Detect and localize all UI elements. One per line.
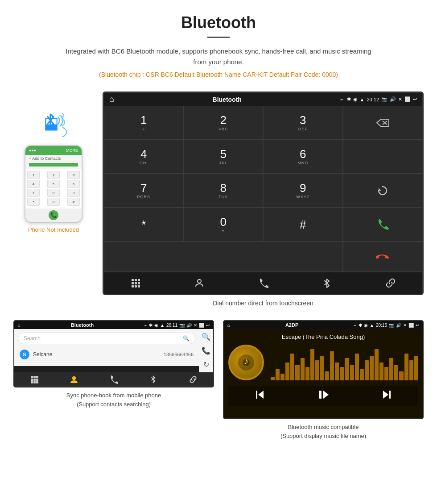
phone-call-circle: 📞 (49, 210, 58, 220)
dial-key-2[interactable]: 2ABC (184, 106, 264, 140)
pb-status-icons: ✱ ◉ ▲ 20:11 📷 🔊 ✕ ⬜ ↩ (149, 323, 210, 328)
play-pause-button[interactable] (317, 388, 330, 403)
music-note-icon: ♪ (237, 354, 255, 371)
prev-track-button[interactable] (254, 388, 266, 403)
skip-back-icon (254, 388, 266, 401)
album-art: ♪ (228, 345, 264, 380)
play-pause-icon (317, 388, 330, 401)
nav-phone-icon[interactable] (231, 272, 295, 294)
svg-rect-19 (31, 381, 33, 383)
pb-nav-grid[interactable] (14, 375, 54, 384)
phone-not-included-label: Phone Not Included (28, 226, 79, 233)
pb-phone-icon (109, 375, 118, 384)
svg-rect-28 (319, 391, 322, 399)
dial-key-refresh[interactable] (343, 174, 423, 208)
dial-key-3[interactable]: 3DEF (263, 106, 343, 140)
bottom-screens: ⌂ Bluetooth ⌁ ✱ ◉ ▲ 20:11 📷 🔊 ✕ ⬜ ↩ (0, 313, 437, 449)
phone-mockup: ●●● MORE + Add to Contacts 1 2 3 4 5 (25, 145, 82, 223)
music-back-icon[interactable]: ↩ (416, 323, 419, 328)
music-win-icon[interactable]: ⬜ (408, 323, 414, 328)
music-home-icon[interactable]: ⌂ (227, 323, 230, 328)
dial-key-7[interactable]: 7PQRS (104, 174, 184, 208)
phonebook-search-bar[interactable]: Search 🔍 (18, 333, 195, 344)
svg-text:♪: ♪ (244, 355, 249, 367)
pb-nav-bt[interactable] (134, 375, 173, 384)
next-track-button[interactable] (380, 388, 393, 403)
pb-close-icon[interactable]: ✕ (194, 323, 197, 328)
camera-icon: 📷 (381, 96, 388, 102)
dial-key-call-green[interactable] (343, 208, 423, 242)
close-icon[interactable]: ✕ (398, 96, 402, 102)
main-section: ⬓ ●●● MORE + Add t (0, 92, 437, 307)
pb-search-right-icon[interactable]: 🔍 (202, 331, 210, 343)
dial-key-9[interactable]: 9WXYZ (263, 174, 343, 208)
header-description: Integrated with BC6 Bluetooth module, su… (62, 46, 375, 67)
pb-back-icon[interactable]: ↩ (206, 323, 210, 328)
window-icon[interactable]: ⬜ (404, 96, 411, 102)
phone-key-4: 4 (27, 180, 40, 188)
phonebook-layout: Search 🔍 S Seicane 13566664466 🔍 📞 (14, 329, 213, 372)
dial-key-0[interactable]: 0+ (184, 208, 264, 242)
eq-bar (375, 349, 379, 380)
back-icon[interactable]: ↩ (413, 96, 417, 102)
signal-icon: ▲ (360, 97, 365, 102)
phone-carrier: MORE (66, 148, 78, 153)
eq-bar (355, 354, 359, 380)
svg-point-12 (198, 279, 201, 283)
music-track-name: Escape (The Pina Colada Song) (282, 333, 365, 340)
pb-person-icon (70, 375, 78, 384)
phone-keypad-row-3: 7 8 9 (27, 189, 80, 197)
svg-rect-14 (33, 376, 36, 378)
pb-vol-icon: 🔊 (186, 323, 192, 328)
call-red-icon (376, 250, 389, 263)
contact-initial: S (20, 350, 29, 359)
dial-key-call-red[interactable] (343, 242, 423, 272)
link-icon (385, 278, 396, 288)
nav-bluetooth-icon[interactable] (295, 272, 359, 294)
home-icon[interactable]: ⌂ (109, 95, 114, 104)
dial-key-6[interactable]: 6MNO (263, 140, 343, 174)
svg-rect-9 (132, 285, 134, 287)
dial-key-1[interactable]: 1⌁ (104, 106, 184, 140)
nav-link-icon[interactable] (359, 272, 422, 294)
phonebook-caption: Sync phone-book from mobile phone (Suppo… (13, 391, 214, 408)
grid-icon (130, 278, 141, 288)
pb-nav-link[interactable] (173, 375, 213, 384)
eq-bar (414, 356, 418, 380)
eq-bar (360, 369, 364, 380)
eq-bar (271, 377, 275, 380)
pb-win-icon[interactable]: ⬜ (199, 323, 204, 328)
dial-key-backspace[interactable] (343, 106, 423, 140)
phonebook-screen: ⌂ Bluetooth ⌁ ✱ ◉ ▲ 20:11 📷 🔊 ✕ ⬜ ↩ (13, 320, 214, 387)
main-status-bar: ⌂ Bluetooth ⌁ ✱ ◉ ▲ 20:12 📷 🔊 ✕ ⬜ ↩ (104, 93, 422, 106)
phone-key-7: 7 (27, 189, 40, 197)
eq-bar (301, 358, 305, 380)
backspace-icon (375, 118, 390, 128)
pb-nav-phone[interactable] (94, 375, 133, 384)
svg-rect-11 (138, 285, 140, 287)
svg-rect-5 (138, 279, 140, 281)
dial-key-4[interactable]: 4GHI (104, 140, 184, 174)
phone-key-0: 0 (47, 198, 60, 206)
contact-row[interactable]: S Seicane 13566664466 (18, 347, 195, 362)
pb-home-icon[interactable]: ⌂ (18, 323, 21, 328)
pb-bt-icon (149, 375, 158, 384)
phone-keypad-row-2: 4 5 6 (27, 180, 80, 188)
dial-key-star[interactable]: * (104, 208, 184, 242)
nav-contacts-icon[interactable] (168, 272, 231, 294)
add-contacts-text: + Add to Contacts (29, 156, 61, 161)
nav-dialpad-icon[interactable] (104, 272, 168, 294)
music-close-icon[interactable]: ✕ (403, 323, 407, 328)
status-icons: ✱ ◉ ▲ 20:12 📷 🔊 ✕ ⬜ ↩ (347, 96, 417, 102)
bluetooth-wifi-icon: ⬓ (40, 109, 67, 141)
dialpad-grid: 1⌁ 2ABC 3DEF 4GHI (104, 106, 422, 272)
dial-key-hash[interactable]: # (263, 208, 343, 242)
phone-key-9: 9 (67, 189, 80, 197)
pb-nav-person[interactable] (54, 375, 94, 384)
dial-key-8[interactable]: 8TUV (184, 174, 264, 208)
pb-refresh-right-icon[interactable]: ↻ (202, 358, 210, 371)
dial-key-5[interactable]: 5JKL (184, 140, 264, 174)
pb-call-right-icon[interactable]: 📞 (202, 345, 210, 357)
call-green-icon (376, 218, 389, 231)
volume-icon: 🔊 (390, 96, 396, 102)
